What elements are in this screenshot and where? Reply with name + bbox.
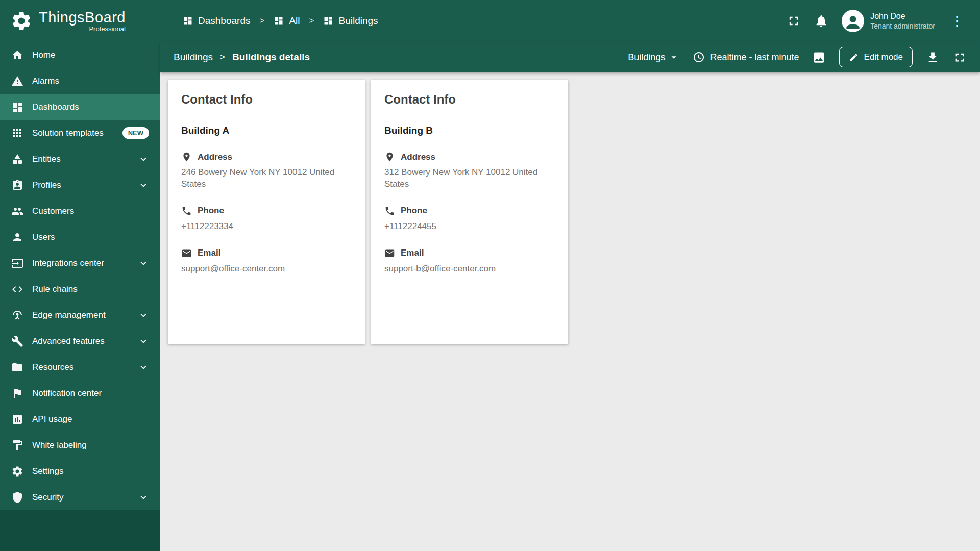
sidebar-item-resources[interactable]: Resources — [0, 354, 160, 380]
contact-info-card-building-a: Contact Info Building A Address 246 Bowe… — [168, 80, 365, 344]
dashboards-icon — [323, 16, 333, 26]
breadcrumb-item-all[interactable]: All — [274, 15, 300, 27]
location-pin-icon — [181, 152, 192, 162]
user-menu[interactable]: John Doe Tenant administrator — [842, 10, 935, 32]
sidebar-item-label: Entities — [32, 154, 61, 164]
phone-field: Phone +1112224455 — [384, 206, 555, 233]
category-icon — [11, 153, 23, 165]
sidebar-item-customers[interactable]: Customers — [0, 198, 160, 224]
settings-icon — [11, 465, 23, 478]
sidebar-item-label: Rule chains — [32, 284, 78, 294]
sidebar-item-label: White labeling — [32, 440, 87, 450]
sidebar-item-white-labeling[interactable]: White labeling — [0, 432, 160, 458]
sidebar-item-label: Home — [32, 50, 55, 60]
sidebar-footer — [0, 510, 160, 551]
antenna-icon — [11, 309, 23, 321]
paint-icon — [11, 439, 23, 452]
edit-mode-button[interactable]: Edit mode — [839, 47, 913, 67]
sidebar-item-users[interactable]: Users — [0, 224, 160, 250]
sidebar-item-edge-management[interactable]: Edge management — [0, 302, 160, 328]
apps-icon — [11, 127, 23, 139]
dashboards-icon — [11, 101, 23, 113]
sidebar-item-integrations-center[interactable]: Integrations center — [0, 250, 160, 276]
sidebar-item-rule-chains[interactable]: Rule chains — [0, 276, 160, 302]
breadcrumb-label: Dashboards — [198, 15, 250, 27]
main-column: Dashboards>All>Buildings John Doe Tenant… — [160, 0, 980, 551]
chart-icon — [11, 413, 23, 425]
sidebar-item-dashboards[interactable]: Dashboards — [0, 94, 160, 120]
dashboards-icon — [274, 16, 284, 26]
breadcrumb-item-dashboards[interactable]: Dashboards — [183, 15, 250, 27]
email-value: support-b@office-center.com — [384, 263, 555, 275]
sidebar-item-label: Edge management — [32, 310, 106, 320]
fullscreen-icon[interactable] — [787, 14, 801, 28]
breadcrumb-item-buildings[interactable]: Buildings — [323, 15, 378, 27]
breadcrumb-separator: > — [259, 16, 264, 26]
topbar: Dashboards>All>Buildings John Doe Tenant… — [160, 0, 980, 42]
email-field: Email support-b@office-center.com — [384, 248, 555, 275]
user-name: John Doe — [870, 12, 935, 21]
brand: ThingsBoard Professional — [39, 9, 126, 33]
download-icon[interactable] — [926, 51, 940, 64]
caret-down-icon — [668, 52, 679, 63]
build-icon — [11, 335, 23, 347]
chevron-down-icon — [138, 336, 149, 347]
phone-label: Phone — [198, 206, 224, 216]
toolbar-fullscreen-icon[interactable] — [953, 51, 967, 64]
thingsboard-logo[interactable]: ThingsBoard Professional — [0, 0, 160, 42]
toolbar-breadcrumb-current: Buildings details — [232, 52, 310, 63]
sidebar: ThingsBoard Professional Home Alarms Das… — [0, 0, 160, 551]
person-icon — [11, 231, 23, 243]
breadcrumb: Dashboards>All>Buildings — [183, 15, 378, 27]
sidebar-item-alarms[interactable]: Alarms — [0, 68, 160, 94]
sidebar-item-api-usage[interactable]: API usage — [0, 406, 160, 432]
home-icon — [11, 49, 23, 61]
phone-icon — [181, 206, 192, 216]
email-value: support@office-center.com — [181, 263, 352, 275]
clock-icon — [693, 51, 705, 63]
address-label: Address — [401, 152, 435, 162]
sidebar-item-entities[interactable]: Entities — [0, 146, 160, 172]
state-selector[interactable]: Buildings — [628, 52, 679, 63]
address-field: Address 246 Bowery New York NY 10012 Uni… — [181, 152, 352, 190]
sidebar-item-label: Customers — [32, 206, 74, 216]
sidebar-item-label: Profiles — [32, 180, 61, 190]
sidebar-item-security[interactable]: Security — [0, 484, 160, 510]
edit-pencil-icon — [849, 53, 859, 62]
sidebar-item-solution-templates[interactable]: Solution templates NEW — [0, 120, 160, 146]
user-meta: John Doe Tenant administrator — [870, 12, 935, 30]
phone-icon — [384, 206, 395, 216]
dashboard-content: Contact Info Building A Address 246 Bowe… — [160, 72, 980, 551]
sidebar-item-profiles[interactable]: Profiles — [0, 172, 160, 198]
card-title: Contact Info — [384, 92, 555, 107]
email-label: Email — [401, 248, 424, 258]
toolbar-breadcrumb-root[interactable]: Buildings — [174, 52, 213, 63]
sidebar-nav: Home Alarms Dashboards Solution template… — [0, 42, 160, 510]
shield-icon — [11, 491, 23, 504]
sidebar-item-settings[interactable]: Settings — [0, 458, 160, 484]
address-field: Address 312 Bowery New York NY 10012 Uni… — [384, 152, 555, 190]
sidebar-item-label: Resources — [32, 362, 74, 372]
sidebar-item-notification-center[interactable]: Notification center — [0, 380, 160, 406]
notifications-bell-icon[interactable] — [814, 14, 828, 28]
building-name: Building B — [384, 125, 555, 136]
timewindow-button[interactable]: Realtime - last minute — [693, 51, 799, 63]
email-icon — [384, 248, 395, 259]
email-icon — [181, 248, 192, 259]
contact-info-card-building-b: Contact Info Building B Address 312 Bowe… — [371, 80, 568, 344]
gear-logo-icon — [10, 10, 33, 32]
sidebar-item-advanced-features[interactable]: Advanced features — [0, 328, 160, 354]
sidebar-item-label: Advanced features — [32, 336, 105, 346]
badge-icon — [11, 179, 23, 191]
more-menu-icon[interactable]: ⋮ — [948, 14, 966, 28]
warning-icon — [11, 75, 23, 87]
brand-subtitle: Professional — [39, 25, 126, 33]
sidebar-item-label: Integrations center — [32, 258, 104, 268]
sidebar-item-home[interactable]: Home — [0, 42, 160, 68]
image-export-icon[interactable] — [812, 51, 826, 64]
folder-icon — [11, 361, 23, 373]
people-icon — [11, 205, 23, 217]
breadcrumb-label: Buildings — [338, 15, 378, 27]
brand-name: ThingsBoard — [39, 9, 126, 26]
sidebar-item-label: Solution templates — [32, 128, 104, 138]
